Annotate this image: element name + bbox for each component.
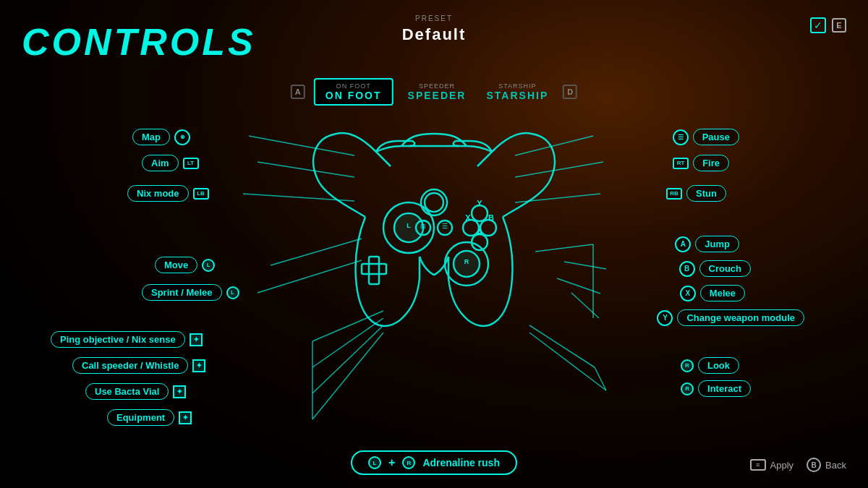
fire-label-row: RT Fire [673, 155, 729, 171]
aim-button: LT [183, 158, 199, 169]
move-label-row: Move L [155, 257, 215, 273]
svg-text:B: B [488, 213, 494, 222]
back-btn[interactable]: B Back [807, 458, 846, 472]
preset-section: PRESET Default [402, 14, 467, 44]
controller-diagram: Y B X A ⊞ ☰ L R [297, 116, 571, 369]
call-speeder-label-row: Call speeder / Whistle ✦ [72, 357, 205, 374]
bottom-bar: L + R Adrenaline rush [0, 450, 868, 475]
equipment-dpad-icon: ✦ [179, 411, 192, 424]
svg-text:R: R [464, 258, 469, 265]
look-r-stick: R [681, 359, 694, 372]
top-right-controls: ✓ E [810, 17, 846, 33]
interact-label-row: R Interact [681, 380, 751, 397]
svg-rect-5 [362, 264, 386, 274]
pause-button: ☰ [673, 129, 689, 145]
fire-button: RT [673, 158, 689, 169]
svg-text:L: L [407, 222, 411, 229]
ping-dpad-icon: ✦ [190, 333, 203, 346]
nix-mode-button: LB [193, 188, 209, 200]
svg-point-11 [480, 220, 496, 236]
tab-on-foot-name: ON FOOT [326, 90, 382, 101]
controller-svg: Y B X A ⊞ ☰ L R [297, 116, 571, 369]
tab-prev-key[interactable]: A [291, 85, 305, 99]
tabs-row: A ON FOOT ON FOOT SPEEDER SPEEDER STARSH… [291, 78, 577, 106]
svg-text:⊞: ⊞ [420, 223, 426, 230]
look-label: Look [698, 357, 739, 374]
change-weapon-y-button: Y [657, 310, 673, 326]
ping-label-row: Ping objective / Nix sense ✦ [51, 331, 203, 348]
svg-point-10 [472, 205, 488, 221]
melee-x-button: X [680, 286, 696, 301]
map-button: ⊕ [174, 129, 190, 145]
jump-label: Jump [695, 236, 739, 252]
nix-mode-label-row: Nix mode LB [127, 185, 209, 202]
aim-label: Aim [142, 155, 179, 171]
tab-speeder[interactable]: SPEEDER SPEEDER [402, 82, 472, 101]
page-title: CONTROLS [22, 20, 256, 64]
apply-btn[interactable]: ≡ Apply [750, 459, 794, 471]
bacta-label: Use Bacta Vial [85, 383, 169, 400]
svg-text:A: A [477, 228, 482, 236]
bacta-dpad-icon: ✦ [173, 385, 186, 398]
content-area: CONTROLS PRESET Default ✓ E A ON FOOT ON… [0, 0, 868, 488]
e-key-badge[interactable]: E [832, 18, 846, 33]
equipment-label: Equipment [107, 409, 174, 426]
stun-label: Stun [686, 185, 726, 202]
svg-point-13 [472, 234, 488, 250]
sprint-label-row: Sprint / Melee L [142, 284, 239, 301]
apply-icon[interactable]: ≡ [750, 459, 766, 471]
checkbox-icon[interactable]: ✓ [810, 17, 826, 33]
nix-mode-label: Nix mode [127, 185, 189, 202]
plus-sign: + [388, 456, 395, 469]
change-weapon-label: Change weapon module [677, 309, 804, 326]
melee-label-row: X Melee [680, 285, 745, 301]
equipment-label-row: Equipment ✦ [107, 409, 192, 426]
stun-label-row: RB Stun [666, 185, 726, 202]
tab-starship-name: STARSHIP [486, 90, 548, 101]
jump-label-row: A Jump [675, 236, 739, 252]
jump-a-button: A [675, 236, 691, 252]
move-stick-icon: L [202, 259, 215, 272]
move-label: Move [155, 257, 197, 273]
preset-name: Default [402, 25, 467, 44]
tab-speeder-sublabel: SPEEDER [419, 82, 455, 90]
tab-speeder-name: SPEEDER [408, 90, 467, 101]
svg-text:☰: ☰ [442, 223, 448, 230]
svg-rect-4 [369, 257, 379, 284]
tab-on-foot[interactable]: ON FOOT ON FOOT [314, 78, 393, 106]
back-icon[interactable]: B [807, 458, 821, 472]
tab-on-foot-sublabel: ON FOOT [336, 82, 371, 90]
svg-text:Y: Y [477, 199, 482, 207]
change-weapon-label-row: Y Change weapon module [657, 309, 804, 326]
adrenaline-r-stick: R [402, 456, 415, 469]
adrenaline-section: L + R Adrenaline rush [351, 450, 517, 475]
crouch-label-row: B Crouch [679, 260, 752, 277]
tab-next-key[interactable]: D [563, 85, 577, 99]
interact-r-stick: R [681, 382, 694, 395]
map-label-row: Map ⊕ [132, 129, 190, 145]
svg-line-42 [595, 367, 606, 390]
bottom-right-buttons: ≡ Apply B Back [750, 458, 846, 472]
svg-point-9 [425, 193, 443, 212]
svg-line-38 [571, 293, 599, 318]
call-dpad-icon: ✦ [192, 359, 205, 372]
interact-label: Interact [698, 380, 751, 397]
map-label: Map [132, 129, 170, 145]
sprint-stick-icon: L [226, 286, 239, 299]
adrenaline-l-stick: L [368, 456, 381, 469]
preset-label: PRESET [415, 14, 453, 22]
aim-label-row: Aim LT [142, 155, 199, 171]
ping-label: Ping objective / Nix sense [51, 331, 185, 348]
adrenaline-label: Adrenaline rush [422, 457, 500, 468]
pause-label: Pause [693, 129, 739, 145]
crouch-label: Crouch [699, 260, 752, 277]
bacta-label-row: Use Bacta Vial ✦ [85, 383, 186, 400]
stun-button: RB [666, 188, 682, 200]
fire-label: Fire [693, 155, 729, 171]
pause-label-row: ☰ Pause [673, 129, 739, 145]
sprint-label: Sprint / Melee [142, 284, 222, 301]
svg-text:X: X [465, 213, 471, 222]
melee-label: Melee [700, 285, 745, 301]
tab-starship[interactable]: STARSHIP STARSHIP [480, 82, 554, 101]
tab-starship-sublabel: STARSHIP [498, 82, 536, 90]
